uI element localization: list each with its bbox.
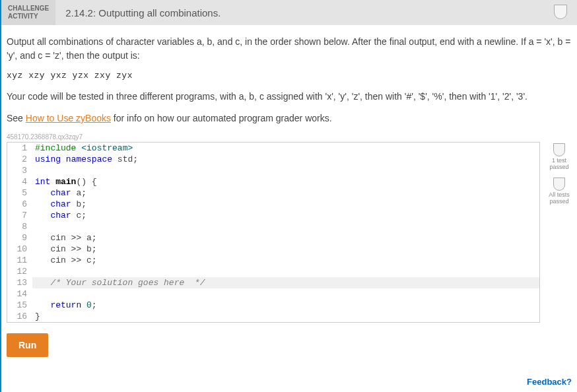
line-num: 7 (7, 210, 32, 221)
run-button[interactable]: Run (7, 333, 48, 357)
instructions-p1: Output all combinations of character var… (7, 35, 572, 63)
line-num: 8 (7, 221, 32, 232)
line-num: 5 (7, 187, 32, 199)
hash-id: 458170.2368878.qx3zqy7 (7, 133, 572, 141)
shield-icon (553, 178, 565, 191)
badge-label: passed (549, 198, 568, 205)
line-num: 12 (7, 266, 32, 277)
challenge-tag-line1: CHALLENGE (8, 5, 49, 13)
line-num: 14 (7, 288, 32, 300)
feedback-link[interactable]: Feedback? (7, 377, 572, 387)
line-num: 16 (7, 311, 32, 322)
line-num: 11 (7, 255, 32, 266)
line-num: 10 (7, 244, 32, 255)
badge-label: 1 test (552, 157, 566, 164)
challenge-tag: CHALLENGE ACTIVITY (1, 0, 55, 25)
line-num: 1 (7, 143, 32, 154)
completion-badge (554, 5, 567, 19)
p3-suffix: for info on how our automated program gr… (111, 113, 332, 123)
challenge-card: CHALLENGE ACTIVITY 2.14.2: Outputting al… (0, 0, 577, 392)
test-badges: 1 testpassed All testspassed (547, 142, 572, 323)
shield-icon (553, 143, 565, 156)
badge-label: passed (549, 164, 568, 170)
badge-label: All tests (549, 191, 570, 198)
card-header: CHALLENGE ACTIVITY 2.14.2: Outputting al… (1, 0, 577, 25)
one-test-badge: 1 testpassed (547, 143, 572, 171)
solution-placeholder: /* Your solution goes here */ (32, 277, 205, 288)
instructions-p3: See How to Use zyBooks for info on how o… (7, 112, 572, 125)
sample-output: xyz xzy yxz yzx zxy zyx (7, 71, 572, 81)
how-to-link[interactable]: How to Use zyBooks (26, 113, 111, 123)
line-num: 15 (7, 300, 32, 311)
instructions-p2: Your code will be tested in three differ… (7, 90, 572, 104)
challenge-tag-line2: ACTIVITY (8, 13, 49, 20)
line-num: 13 (7, 277, 32, 288)
code-editor[interactable]: 1#include <iostream> 2using namespace st… (7, 142, 540, 323)
line-num: 6 (7, 199, 32, 210)
all-tests-badge: All testspassed (547, 178, 572, 205)
p3-prefix: See (7, 113, 26, 123)
editor-row: 1#include <iostream> 2using namespace st… (7, 142, 572, 323)
shield-icon (554, 5, 567, 19)
line-num: 3 (7, 165, 32, 176)
activity-title: 2.14.2: Outputting all combinations. (55, 0, 230, 25)
line-num: 2 (7, 154, 32, 165)
card-body: Output all combinations of character var… (1, 25, 577, 392)
line-num: 9 (7, 232, 32, 244)
line-num: 4 (7, 176, 32, 187)
